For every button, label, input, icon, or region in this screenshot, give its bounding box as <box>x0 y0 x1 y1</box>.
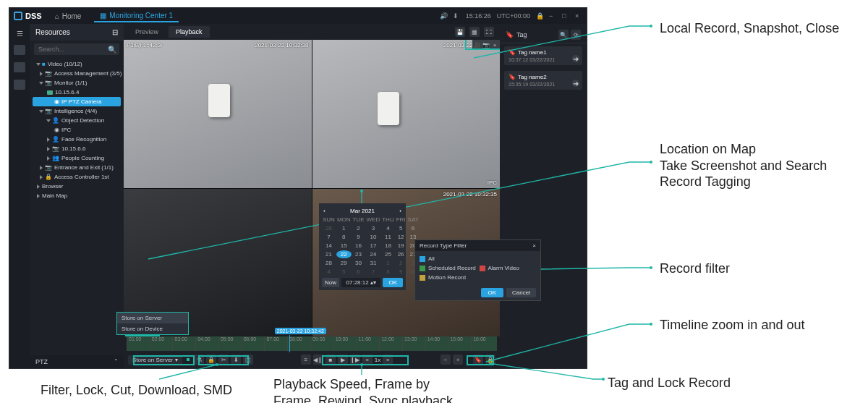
cal-day[interactable]: 12 <box>396 233 407 241</box>
cal-day[interactable]: 15 <box>336 242 352 250</box>
play-icon[interactable]: ▶ <box>338 355 348 365</box>
cal-day[interactable]: 9 <box>396 268 407 276</box>
cal-day[interactable]: 25 <box>381 250 394 258</box>
filter-scheduled[interactable]: Scheduled Record <box>420 265 477 271</box>
filter-ok-button[interactable]: OK <box>481 288 504 297</box>
tag-record-icon[interactable]: 🔖 <box>473 355 483 365</box>
tag-item[interactable]: 🔖Tag name1 10:37:12 03/22/2021 ➜ <box>504 46 582 65</box>
minimize-icon[interactable]: − <box>549 12 556 20</box>
cal-day[interactable]: 23 <box>352 250 365 258</box>
tree-monitor[interactable]: 📷Monitor (1/1) <box>33 78 121 88</box>
cal-day[interactable]: 2 <box>352 224 365 232</box>
cal-prev-icon[interactable]: ‹ <box>323 208 326 214</box>
cal-day[interactable]: 14 <box>322 242 336 250</box>
timeline-zoom-out-icon[interactable]: − <box>441 355 451 365</box>
fullscreen-icon[interactable]: ⛶ <box>484 27 494 37</box>
ptz-panel-toggle[interactable]: PTZ˄ <box>30 355 124 368</box>
tree-object-detection[interactable]: 👤Object Detection <box>33 116 121 125</box>
hamburger-icon[interactable]: ☰ <box>17 30 23 38</box>
cal-day[interactable]: 18 <box>381 242 394 250</box>
filter-icon[interactable]: ⚗ <box>194 355 204 365</box>
rail-icon-3[interactable] <box>14 80 25 90</box>
cal-day[interactable]: 24 <box>366 250 381 258</box>
smd-icon[interactable]: ◫ <box>243 355 253 365</box>
filter-motion[interactable]: Motion Record <box>420 274 477 281</box>
tree-video[interactable]: ■Video (10/12) <box>33 59 121 69</box>
rail-icon-1[interactable] <box>14 45 25 55</box>
speed-up-icon[interactable]: » <box>383 355 393 365</box>
tab-preview[interactable]: Preview <box>128 26 166 38</box>
cal-day[interactable]: 31 <box>366 259 381 267</box>
rail-icon-2[interactable] <box>14 62 25 72</box>
goto-tag-icon[interactable]: ➜ <box>572 80 579 87</box>
tree-people-counting[interactable]: 👥People Counting <box>33 153 121 163</box>
cal-day[interactable]: 17 <box>366 242 381 250</box>
cal-day[interactable]: 7 <box>322 233 336 241</box>
timeline-zoom-in-icon[interactable]: + <box>453 355 463 365</box>
download-clip-icon[interactable]: ⬇ <box>231 355 241 365</box>
tree-intelligence[interactable]: 📷Intelligence (4/4) <box>33 106 121 116</box>
cal-day[interactable]: 8 <box>381 268 394 276</box>
lock-record-icon[interactable]: 🔒 <box>485 355 495 365</box>
cal-day[interactable]: 19 <box>396 242 407 250</box>
tab-playback[interactable]: Playback <box>169 26 210 38</box>
cal-day[interactable]: 22 <box>336 250 352 258</box>
lock-clip-icon[interactable]: 🔒 <box>206 355 216 365</box>
tree-ptz-camera[interactable]: ◉ IP PTZ Camera <box>33 97 121 106</box>
cal-day[interactable]: 9 <box>352 233 365 241</box>
download-icon[interactable]: ⬇ <box>453 12 460 20</box>
cal-day[interactable]: 5 <box>396 224 407 232</box>
maximize-icon[interactable]: □ <box>562 12 569 20</box>
filter-alarm[interactable]: Alarm Video <box>480 265 537 271</box>
calendar-ok-button[interactable]: OK <box>383 278 403 287</box>
cal-day[interactable]: 11 <box>381 233 394 241</box>
cal-day[interactable]: 3 <box>366 224 381 232</box>
cal-day[interactable]: 10 <box>366 233 381 241</box>
tree-face-recognition[interactable]: 👤Face Recognition <box>33 135 121 144</box>
collapse-icon[interactable]: ⊟ <box>112 28 118 36</box>
now-button[interactable]: Now <box>322 278 339 287</box>
cal-day[interactable]: 26 <box>396 250 407 258</box>
cal-day[interactable]: 4 <box>381 224 394 232</box>
tree-ipc[interactable]: ◉ IPC <box>33 125 121 135</box>
time-input[interactable]: 07:28:12 ▴▾ <box>341 278 380 287</box>
lock-icon[interactable]: 🔒 <box>536 12 543 20</box>
filter-close-icon[interactable]: × <box>532 242 536 249</box>
filter-cancel-button[interactable]: Cancel <box>506 288 536 297</box>
store-device-option[interactable]: Store on Device <box>117 323 188 334</box>
next-frame-icon[interactable]: ❙▶ <box>350 355 360 365</box>
cut-icon[interactable]: ✂ <box>218 355 229 365</box>
layout-icon[interactable]: ▦ <box>469 27 480 37</box>
tag-item[interactable]: 🔖Tag name2 15:35:19 03/22/2021 ➜ <box>504 71 582 90</box>
tree-browser[interactable]: Browser <box>33 182 121 191</box>
local-record-icon[interactable]: 🎥 <box>473 41 482 49</box>
cal-day[interactable]: 28 <box>322 259 336 267</box>
cal-day[interactable]: 6 <box>352 268 365 276</box>
cal-day[interactable]: 6 <box>407 224 420 232</box>
cal-day[interactable]: 8 <box>336 233 352 241</box>
save-view-icon[interactable]: 💾 <box>455 27 465 37</box>
close-icon[interactable]: × <box>575 12 582 20</box>
tab-monitoring-center[interactable]: ▦Monitoring Center 1 <box>94 10 179 22</box>
tag-refresh-icon[interactable]: ⟳ <box>571 30 581 40</box>
tree-access-mgmt[interactable]: 📷Access Management (3/5) <box>33 69 121 78</box>
cal-day[interactable]: 16 <box>352 242 365 250</box>
storage-selector[interactable]: Store on Server▾ <box>128 355 182 365</box>
cal-day[interactable]: 1 <box>336 224 352 232</box>
cal-day[interactable]: 30 <box>352 259 365 267</box>
timeline[interactable]: 2021-03-22 10:32:42 01:0002:0003:0004:00… <box>127 336 497 351</box>
speed-down-icon[interactable]: « <box>362 355 373 365</box>
cal-day[interactable]: 4 <box>322 268 336 276</box>
tree-ip1[interactable]: 10.15.6.4 <box>33 88 121 97</box>
goto-tag-icon[interactable]: ➜ <box>572 55 579 62</box>
tab-home[interactable]: ⌂Home <box>49 12 88 20</box>
cal-day[interactable]: 29 <box>336 259 352 267</box>
filter-all[interactable]: All <box>420 255 477 262</box>
snapshot-icon[interactable]: 📷 <box>482 41 490 49</box>
tree-ip2[interactable]: 📷10.15.6.6 <box>33 144 121 153</box>
tree-main-map[interactable]: Main Map <box>33 191 121 200</box>
cal-day[interactable]: 2 <box>396 259 407 267</box>
pane-close-icon[interactable]: × <box>490 41 499 49</box>
cal-day[interactable]: 7 <box>366 268 381 276</box>
stop-icon[interactable]: ■ <box>326 355 336 365</box>
